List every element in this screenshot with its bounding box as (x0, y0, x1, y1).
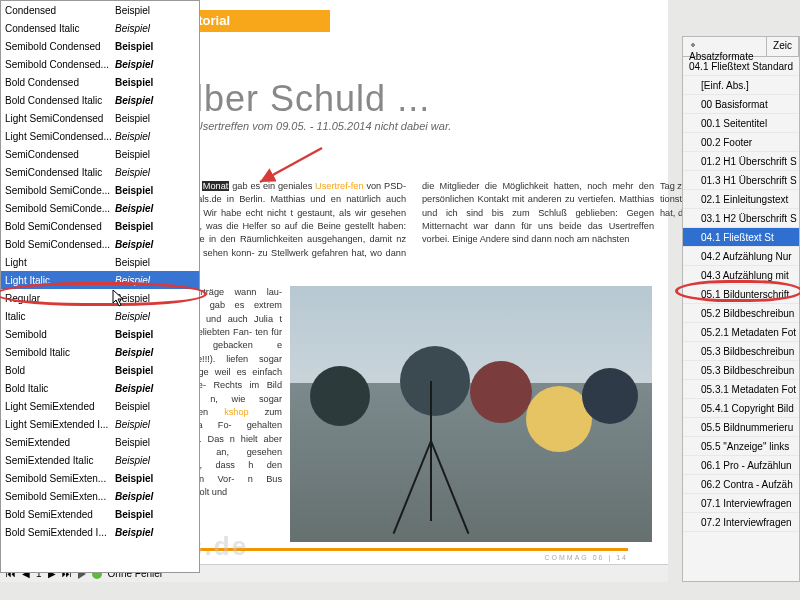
annotation-circle-font (0, 282, 207, 306)
body-text-columns[interactable]: etzten Monat gab es ein geniales Usertre… (174, 180, 654, 260)
article-photo[interactable] (290, 286, 652, 542)
paragraph-style-item[interactable]: 05.2 Bildbeschreibun (683, 304, 799, 323)
font-style-option[interactable]: SemiExtendedBeispiel (1, 433, 199, 451)
paragraph-style-item[interactable]: 06.1 Pro - Aufzählun (683, 456, 799, 475)
font-style-option[interactable]: SemiboldBeispiel (1, 325, 199, 343)
font-style-option[interactable]: CondensedBeispiel (1, 1, 199, 19)
font-style-option[interactable]: SemiCondensed ItalicBeispiel (1, 163, 199, 181)
font-style-option[interactable]: Light SemiExtended I...Beispiel (1, 415, 199, 433)
footer-pagenum: COMMAG 06 | 14 (544, 554, 628, 561)
font-style-option[interactable]: Bold SemiCondensedBeispiel (1, 217, 199, 235)
font-style-option[interactable]: Semibold SemiConde...Beispiel (1, 181, 199, 199)
paragraph-style-item[interactable]: 04.1 Fließtext St (683, 228, 799, 247)
paragraph-style-item[interactable]: [Einf. Abs.] (683, 76, 799, 95)
person-shape (582, 368, 638, 424)
paragraph-style-item[interactable]: 05.3.1 Metadaten Fot (683, 380, 799, 399)
paragraph-style-item[interactable]: 05.5 Bildnummerieru (683, 418, 799, 437)
paragraph-style-item[interactable]: 05.5 "Anzeige" links (683, 437, 799, 456)
tab-absatzformate[interactable]: Absatzformate (683, 37, 767, 56)
person-shape (470, 361, 532, 423)
font-style-option[interactable]: Light SemiCondensed...Beispiel (1, 127, 199, 145)
font-style-option[interactable]: SemiExtended ItalicBeispiel (1, 451, 199, 469)
font-style-option[interactable]: BoldBeispiel (1, 361, 199, 379)
font-style-option[interactable]: Bold Condensed ItalicBeispiel (1, 91, 199, 109)
person-shape (400, 346, 470, 416)
page-subhead[interactable]: eim Usertreffen vom 09.05. - 11.05.2014 … (174, 120, 451, 132)
paragraph-style-item[interactable]: 04.1 Fließtext Standard (683, 57, 799, 76)
font-style-option[interactable]: Bold CondensedBeispiel (1, 73, 199, 91)
font-style-option[interactable]: Bold SemiCondensed...Beispiel (1, 235, 199, 253)
paragraph-style-item[interactable]: 05.1 Bildunterschrift (683, 285, 799, 304)
font-style-option[interactable]: SemiCondensedBeispiel (1, 145, 199, 163)
page-headline[interactable]: elber Schuld ... (174, 78, 430, 120)
font-style-option[interactable]: Light SemiExtendedBeispiel (1, 397, 199, 415)
paragraph-style-item[interactable]: 02.1 Einleitungstext (683, 190, 799, 209)
font-style-option[interactable]: Semibold CondensedBeispiel (1, 37, 199, 55)
paragraph-style-item[interactable]: 07.2 Interviewfragen (683, 513, 799, 532)
paragraph-style-item[interactable]: 06.2 Contra - Aufzäh (683, 475, 799, 494)
paragraph-style-item[interactable]: 00.2 Footer (683, 133, 799, 152)
paragraph-style-item[interactable]: 05.3 Bildbeschreibun (683, 342, 799, 361)
font-style-option[interactable]: Semibold Condensed...Beispiel (1, 55, 199, 73)
paragraph-style-item[interactable]: 04.3 Aufzählung mit (683, 266, 799, 285)
font-style-option[interactable]: Semibold SemiConde...Beispiel (1, 199, 199, 217)
tab-zeichenformate[interactable]: Zeic (767, 37, 799, 56)
tripod-shape (430, 381, 432, 521)
paragraph-style-item[interactable]: 00 Basisformat (683, 95, 799, 114)
person-shape (310, 366, 370, 426)
paragraph-style-item[interactable]: 01.2 H1 Überschrift S (683, 152, 799, 171)
font-style-option[interactable]: Semibold SemiExten...Beispiel (1, 469, 199, 487)
paragraph-style-item[interactable]: 05.3 Bildbeschreibun (683, 361, 799, 380)
font-style-option[interactable]: Light SemiCondensedBeispiel (1, 109, 199, 127)
font-style-option[interactable]: Bold ItalicBeispiel (1, 379, 199, 397)
panel-tabs: Absatzformate Zeic (683, 37, 799, 57)
paragraph-style-item[interactable]: 00.1 Seitentitel (683, 114, 799, 133)
font-style-option[interactable]: Bold SemiExtended I...Beispiel (1, 523, 199, 541)
link-usertreffen[interactable]: Usertref-fen (315, 181, 364, 191)
paragraph-style-item[interactable]: 01.3 H1 Überschrift S (683, 171, 799, 190)
font-style-option[interactable]: LightBeispiel (1, 253, 199, 271)
font-style-option[interactable]: Semibold ItalicBeispiel (1, 343, 199, 361)
paragraph-style-item[interactable]: 05.2.1 Metadaten Fot (683, 323, 799, 342)
highlighted-word[interactable]: Monat (202, 181, 230, 191)
font-style-option[interactable]: Condensed ItalicBeispiel (1, 19, 199, 37)
font-style-option[interactable]: ItalicBeispiel (1, 307, 199, 325)
font-style-option[interactable]: Bold SemiExtendedBeispiel (1, 505, 199, 523)
paragraph-style-item[interactable]: 05.4.1 Copyright Bild (683, 399, 799, 418)
font-style-option[interactable]: Semibold SemiExten...Beispiel (1, 487, 199, 505)
paragraph-style-item[interactable]: 04.2 Aufzählung Nur (683, 247, 799, 266)
link-workshop[interactable]: kshop (224, 407, 249, 417)
paragraph-styles-panel[interactable]: Absatzformate Zeic 04.1 Fließtext Standa… (682, 36, 800, 582)
paragraph-style-item[interactable]: 03.1 H2 Überschrift S (683, 209, 799, 228)
paragraph-style-item[interactable]: 07.1 Interviewfragen (683, 494, 799, 513)
